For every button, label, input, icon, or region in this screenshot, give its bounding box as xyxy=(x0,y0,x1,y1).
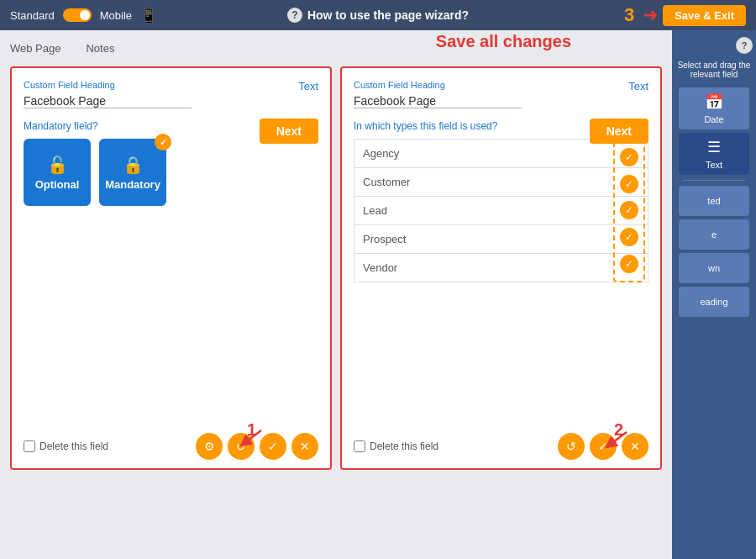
top-bar-center: ? How to use the page wizard? xyxy=(287,8,469,23)
mobile-label: Mobile xyxy=(100,9,132,22)
panel1-next-button[interactable]: Next xyxy=(260,119,318,144)
mandatory-check-badge: ✓ xyxy=(155,134,171,150)
customer-check[interactable]: ✓ xyxy=(620,175,638,193)
panel2-reset-button[interactable]: ↺ xyxy=(558,433,585,460)
panel1-delete-field: Delete this field xyxy=(24,440,108,452)
lead-check[interactable]: ✓ xyxy=(620,201,638,219)
field-types-list: Agency Customer Lead Prospect xyxy=(354,139,648,282)
panel1-heading-input[interactable] xyxy=(24,94,192,108)
panel1-text-label: Text xyxy=(298,80,318,92)
panel2-confirm-button[interactable]: ✓ xyxy=(590,433,617,460)
top-bar-right: 3 ➜ Save & Exit xyxy=(624,4,746,26)
text-label: Text xyxy=(706,160,722,170)
panel1-gear-button[interactable]: ⚙ xyxy=(196,433,223,460)
panel1-reset-button[interactable]: ↺ xyxy=(228,433,255,460)
mobile-icon: 📱 xyxy=(140,8,157,24)
sidebar-heading-btn[interactable]: eading xyxy=(679,287,749,317)
page-title: How to use the page wizard? xyxy=(307,8,469,22)
sidebar-divider xyxy=(683,180,745,181)
sidebar-wn-btn[interactable]: wn xyxy=(679,253,749,283)
date-label: Date xyxy=(704,114,723,124)
sidebar-select-text: Select and drag the relevant field xyxy=(675,61,753,79)
field-types-container: Agency Customer Lead Prospect xyxy=(354,139,648,282)
field-type-customer[interactable]: Customer xyxy=(354,167,648,196)
optional-button[interactable]: 🔓 Optional xyxy=(24,139,91,206)
panel2-close-button[interactable]: ✕ xyxy=(622,433,648,460)
help-icon[interactable]: ? xyxy=(287,8,302,23)
optional-label: Optional xyxy=(35,178,80,191)
step3-annotation: 3 xyxy=(624,4,634,26)
field-type-prospect[interactable]: Prospect xyxy=(354,224,648,253)
panel1-footer: Delete this field ⚙ ↺ ✓ ✕ xyxy=(24,433,318,460)
top-bar: Standard Mobile 📱 ? How to use the page … xyxy=(0,0,756,30)
vendor-label: Vendor xyxy=(363,261,397,274)
mandatory-label: Mandatory xyxy=(105,178,160,191)
panel1-heading-label: Custom Field Heading xyxy=(24,80,318,90)
panels-row: Custom Field Heading Text Mandatory fiel… xyxy=(10,66,662,470)
lines-icon: ☰ xyxy=(707,138,721,156)
calendar-icon: 📅 xyxy=(705,92,723,111)
web-page-tab[interactable]: Web Page xyxy=(10,42,60,58)
agency-label: Agency xyxy=(363,147,399,160)
sidebar-ted-btn[interactable]: ted xyxy=(679,186,749,216)
view-toggle[interactable] xyxy=(63,8,92,22)
customer-label: Customer xyxy=(363,176,410,188)
panel1-delete-label: Delete this field xyxy=(39,440,108,452)
field-type-lead[interactable]: Lead xyxy=(354,196,648,224)
sidebar-date-btn[interactable]: 📅 Date xyxy=(679,87,749,129)
vendor-check[interactable]: ✓ xyxy=(620,255,638,273)
panel2-delete-field: Delete this field xyxy=(354,440,438,452)
panel2-heading-label: Custom Field Heading xyxy=(354,80,648,90)
prospect-label: Prospect xyxy=(363,233,406,245)
panel1: Custom Field Heading Text Mandatory fiel… xyxy=(10,66,332,470)
panel2-text-label: Text xyxy=(628,80,648,92)
notes-tab[interactable]: Notes xyxy=(86,42,114,58)
field-type-vendor[interactable]: Vendor xyxy=(354,253,648,282)
panel2: Custom Field Heading Text In which types… xyxy=(340,66,662,470)
lead-label: Lead xyxy=(363,204,387,217)
main-area: Save all changes Web Page Notes Custom F… xyxy=(0,30,756,559)
panel1-close-button[interactable]: ✕ xyxy=(291,433,318,460)
panel2-next-button[interactable]: Next xyxy=(590,119,648,144)
prospect-check[interactable]: ✓ xyxy=(620,228,638,246)
lock-closed-icon: 🔒 xyxy=(123,155,144,175)
agency-check[interactable]: ✓ xyxy=(620,148,638,166)
sidebar-text-btn[interactable]: ☰ Text xyxy=(679,133,749,175)
panel2-delete-label: Delete this field xyxy=(370,440,438,452)
choice-buttons: 🔓 Optional ✓ 🔒 Mandatory xyxy=(24,139,318,206)
checks-column: ✓ ✓ ✓ ✓ ✓ xyxy=(613,139,645,282)
mandatory-button[interactable]: ✓ 🔒 Mandatory xyxy=(99,139,166,206)
top-bar-left: Standard Mobile 📱 xyxy=(10,8,157,24)
content-area: Save all changes Web Page Notes Custom F… xyxy=(0,30,672,559)
panel2-heading-input[interactable] xyxy=(354,94,522,108)
panel1-footer-actions: ⚙ ↺ ✓ ✕ xyxy=(196,433,318,460)
right-sidebar: ? Select and drag the relevant field 📅 D… xyxy=(672,30,756,559)
nav-tabs: Web Page Notes xyxy=(10,37,662,58)
panel1-delete-checkbox[interactable] xyxy=(24,440,35,452)
panel2-footer-actions: ↺ ✓ ✕ xyxy=(558,433,648,460)
panel2-footer: Delete this field ↺ ✓ ✕ xyxy=(354,433,648,460)
panel2-delete-checkbox[interactable] xyxy=(354,440,365,452)
sidebar-e-btn[interactable]: e xyxy=(679,219,749,250)
sidebar-help-icon[interactable]: ? xyxy=(736,37,753,54)
lock-open-icon: 🔓 xyxy=(47,155,68,175)
save-exit-button[interactable]: Save & Exit xyxy=(663,5,746,26)
panel1-confirm-button[interactable]: ✓ xyxy=(260,433,286,460)
standard-label: Standard xyxy=(10,9,55,22)
arrow-right-icon: ➜ xyxy=(643,4,658,26)
